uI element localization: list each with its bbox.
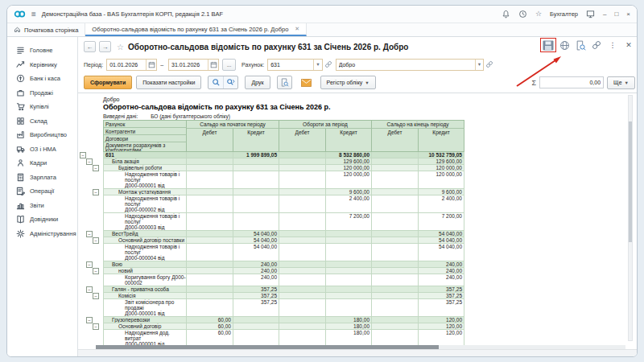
more-menu-icon[interactable]: ⋮ <box>607 39 618 51</box>
organization-input[interactable] <box>336 60 475 70</box>
report-row[interactable]: Надходження товарів і послуг Д000-000001… <box>79 171 464 189</box>
minimize-button[interactable]: – <box>603 10 606 18</box>
print-preview-icon[interactable] <box>277 76 292 89</box>
sidebar-item-truck[interactable]: ОЗ і НМА <box>7 142 77 157</box>
report-row[interactable]: −Будівельні роботи120 000,00120 000,00 <box>79 165 464 171</box>
collapse-toggle[interactable]: − <box>93 237 99 244</box>
autosum-input[interactable] <box>539 76 604 88</box>
vertical-scrollbar-thumb[interactable] <box>629 121 632 242</box>
vertical-scrollbar[interactable] <box>628 95 633 341</box>
report-row[interactable]: −новий240,00240,00 <box>79 268 464 274</box>
report-row[interactable]: −ВестТрейд54 040,0054 040,00 <box>79 231 464 237</box>
sidebar-item-briefcase[interactable]: Продажі <box>7 86 77 101</box>
send-mail-icon[interactable] <box>299 76 314 89</box>
calendar-icon[interactable] <box>208 60 218 70</box>
calendar-icon[interactable] <box>146 60 156 70</box>
account-field[interactable]: ▼ <box>267 59 322 71</box>
history-icon[interactable] <box>518 7 527 22</box>
collapse-toggle[interactable]: − <box>93 323 99 330</box>
organization-dropdown-icon[interactable]: ▼ <box>475 60 483 70</box>
collapse-toggle[interactable]: − <box>86 286 93 293</box>
report-row[interactable]: −Біла акація129 600,00129 600,00 <box>79 158 464 165</box>
generate-button[interactable]: Сформувати <box>84 76 132 89</box>
report-row[interactable]: −Грузоперевозки60,00180,00120,00 <box>79 317 464 323</box>
search-next-icon[interactable] <box>223 76 237 88</box>
account-open-icon[interactable] <box>324 60 332 68</box>
collapse-toggle[interactable]: − <box>86 158 93 165</box>
report-row[interactable]: Коригування боргу Д000-000002 від 25.07.… <box>79 274 464 286</box>
sidebar-item-calculator[interactable]: Зарплата <box>7 171 77 185</box>
get-link-icon[interactable] <box>591 39 602 51</box>
cell-value <box>279 261 326 268</box>
sidebar-item-operations[interactable]: Операції <box>7 184 77 199</box>
sidebar-item-chart[interactable]: Звіти <box>7 199 77 213</box>
document-search-icon[interactable] <box>575 39 586 51</box>
save-icon[interactable] <box>543 39 554 51</box>
app-logo-icon <box>14 10 26 19</box>
report-row[interactable]: −Галян - приватна особа357,25357,25 <box>79 286 464 293</box>
date-to-input[interactable] <box>169 60 208 70</box>
collapse-toggle[interactable]: − <box>86 261 93 268</box>
forward-button[interactable]: → <box>99 41 111 52</box>
account-input[interactable] <box>268 60 313 70</box>
date-to-field[interactable] <box>168 59 219 71</box>
favorite-star-icon[interactable]: ☆ <box>117 43 124 51</box>
period-variants-button[interactable]: ... <box>222 59 236 71</box>
sidebar-item-sections[interactable]: Головне <box>7 43 77 58</box>
show-settings-button[interactable]: Показати настройки <box>136 76 201 89</box>
back-button[interactable]: ← <box>84 41 96 52</box>
display-settings-icon[interactable] <box>586 7 595 22</box>
more-button[interactable]: Ще ▼ <box>607 76 635 89</box>
sidebar-item-coin[interactable]: Банк і каса <box>7 72 77 86</box>
report-row[interactable]: −6311 999 899,058 532 860,0010 532 759,0… <box>79 152 464 158</box>
search-icon[interactable] <box>208 76 223 88</box>
tab-report[interactable]: Оборотно-сальдова відомість по рахунку 6… <box>85 23 307 36</box>
collapse-toggle[interactable]: − <box>93 268 99 274</box>
briefcase-icon <box>15 88 25 97</box>
collapse-toggle[interactable]: − <box>80 152 86 158</box>
chart-icon <box>15 201 25 210</box>
sidebar-item-cart[interactable]: Купівлі <box>7 100 77 114</box>
organization-field[interactable]: ▼ <box>336 59 484 71</box>
sidebar-item-grid[interactable]: Склад <box>7 114 77 129</box>
report-row[interactable]: −Вою240,00240,00 <box>79 261 464 268</box>
sidebar-item-factory[interactable]: Виробництво <box>7 128 77 142</box>
globe-icon[interactable] <box>559 39 570 51</box>
sidebar-item-person[interactable]: Кадри <box>7 156 77 171</box>
cell-value <box>279 237 326 244</box>
report-row[interactable]: −Комісія357,25357,25 <box>79 293 464 299</box>
report-row[interactable]: Звіт комісіонера про продажі Д000-000001… <box>79 299 464 317</box>
search-group <box>208 76 238 89</box>
favorites-star-icon[interactable]: ☆ <box>535 10 542 18</box>
maximize-button[interactable]: □ <box>614 10 618 18</box>
collapse-toggle[interactable]: − <box>93 165 99 171</box>
cell-value: 240,00 <box>419 268 464 274</box>
account-dropdown-icon[interactable]: ▼ <box>313 60 321 70</box>
sidebar-item-trend[interactable]: Керівнику <box>7 58 77 72</box>
tab-home[interactable]: Початкова сторінка <box>7 23 85 36</box>
date-from-field[interactable] <box>106 59 157 71</box>
tab-close-icon[interactable]: ✕ <box>295 26 299 32</box>
close-window-button[interactable]: × <box>626 10 630 18</box>
sidebar-item-book[interactable]: Довідники <box>7 212 77 227</box>
collapse-toggle[interactable]: − <box>93 189 99 195</box>
report-row[interactable]: Надходження товарів і послуг Д000-000003… <box>79 213 464 231</box>
print-button[interactable]: Друк <box>245 76 270 89</box>
notifications-bell-icon[interactable] <box>502 7 510 22</box>
organization-open-icon[interactable] <box>485 60 493 68</box>
report-row[interactable]: −Основний договір60,00180,00120,00 <box>79 323 464 330</box>
report-row[interactable]: −Монтаж устаткування9 600,009 600,00 <box>79 189 464 195</box>
collapse-toggle[interactable]: − <box>86 231 93 237</box>
titlebar: ≡ Демонстраційна база - BAS Бухгалтерія … <box>7 6 637 23</box>
collapse-toggle[interactable]: − <box>93 293 99 299</box>
date-from-input[interactable] <box>107 60 146 70</box>
main-menu-icon[interactable]: ≡ <box>31 10 36 19</box>
sidebar-item-gear[interactable]: Адміністрування <box>7 227 77 241</box>
cell-value <box>279 268 326 274</box>
report-row[interactable]: −Основний договір поставки54 040,0054 04… <box>79 237 464 244</box>
report-row[interactable]: Надходження товарів і послуг Д000-000004… <box>79 244 464 261</box>
close-report-icon[interactable]: ✕ <box>623 39 634 51</box>
register-button[interactable]: Регістр обліку ▼ <box>320 76 376 89</box>
report-row[interactable]: Надходження товарів і послуг Д000-000002… <box>79 195 464 213</box>
collapse-toggle[interactable]: − <box>86 317 93 323</box>
